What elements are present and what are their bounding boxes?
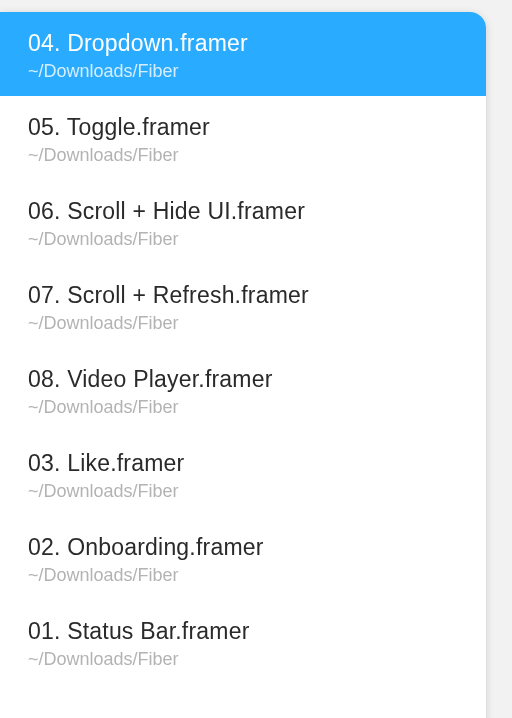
item-subtitle: ~/Downloads/Fiber [28,481,458,502]
item-subtitle: ~/Downloads/Fiber [28,145,458,166]
list-item[interactable]: 03. Like.framer ~/Downloads/Fiber [0,432,486,516]
file-list-panel: 04. Dropdown.framer ~/Downloads/Fiber 05… [0,12,486,718]
item-title: 01. Status Bar.framer [28,618,458,645]
list-item[interactable]: 07. Scroll + Refresh.framer ~/Downloads/… [0,264,486,348]
item-title: 06. Scroll + Hide UI.framer [28,198,458,225]
list-item[interactable]: 08. Video Player.framer ~/Downloads/Fibe… [0,348,486,432]
list-item[interactable]: 06. Scroll + Hide UI.framer ~/Downloads/… [0,180,486,264]
item-subtitle: ~/Downloads/Fiber [28,61,458,82]
item-subtitle: ~/Downloads/Fiber [28,229,458,250]
list-item[interactable]: 04. Dropdown.framer ~/Downloads/Fiber [0,12,486,96]
list-item[interactable]: 02. Onboarding.framer ~/Downloads/Fiber [0,516,486,600]
item-title: 07. Scroll + Refresh.framer [28,282,458,309]
item-subtitle: ~/Downloads/Fiber [28,565,458,586]
item-title: 02. Onboarding.framer [28,534,458,561]
item-subtitle: ~/Downloads/Fiber [28,649,458,670]
item-subtitle: ~/Downloads/Fiber [28,313,458,334]
item-title: 03. Like.framer [28,450,458,477]
item-title: 04. Dropdown.framer [28,30,458,57]
list-item[interactable]: 01. Status Bar.framer ~/Downloads/Fiber [0,600,486,684]
item-subtitle: ~/Downloads/Fiber [28,397,458,418]
item-title: 05. Toggle.framer [28,114,458,141]
list-item[interactable]: 05. Toggle.framer ~/Downloads/Fiber [0,96,486,180]
item-title: 08. Video Player.framer [28,366,458,393]
